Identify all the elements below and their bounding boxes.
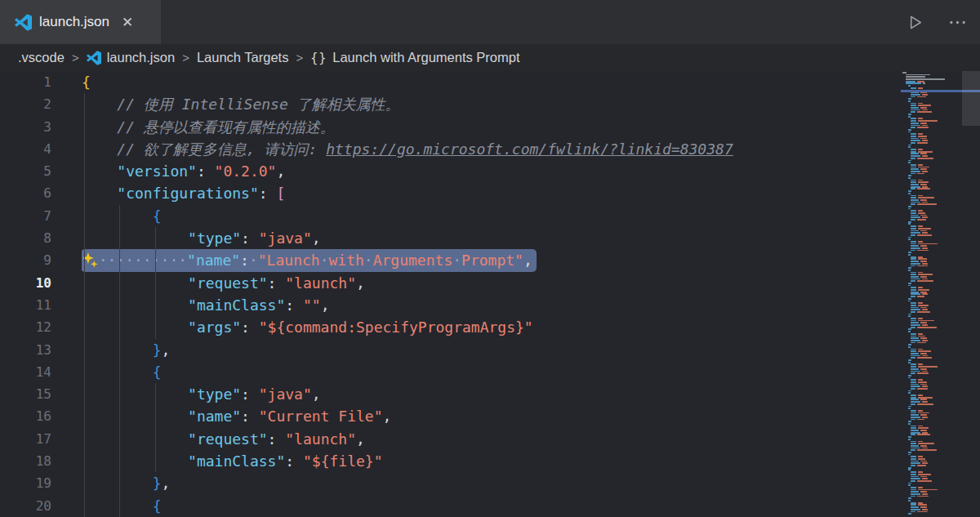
code-token xyxy=(82,430,188,448)
code-token: "name" xyxy=(188,408,241,425)
code-token: "${file}" xyxy=(303,452,383,470)
code-token xyxy=(82,497,153,515)
tab-launch-json[interactable]: launch.json ✕ xyxy=(0,0,161,44)
code-line[interactable]: "version": "0.2.0", xyxy=(82,160,901,182)
code-token: : xyxy=(241,386,259,403)
code-line[interactable]: { xyxy=(82,205,901,227)
breadcrumb-label: launch.json xyxy=(107,50,175,65)
code-line[interactable]: // 悬停以查看现有属性的描述。 xyxy=(82,116,901,138)
indent-guide xyxy=(155,383,156,472)
code-line[interactable]: "name": "Current File", xyxy=(82,405,901,427)
line-number: 6 xyxy=(0,182,82,204)
run-icon[interactable] xyxy=(905,12,924,32)
code-line[interactable]: }, xyxy=(82,472,901,494)
code-line[interactable]: // 使用 IntelliSense 了解相关属性。 xyxy=(82,93,901,115)
code-line[interactable]: "mainClass": "", xyxy=(82,294,901,316)
line-number: 9 xyxy=(0,249,82,271)
code-token: } xyxy=(153,341,162,359)
code-token: ·········· xyxy=(99,252,187,269)
code-line[interactable]: { xyxy=(82,361,901,383)
line-number: 12 xyxy=(0,316,82,338)
code-token: with xyxy=(328,252,363,269)
code-token xyxy=(82,207,153,225)
code-line[interactable]: "args": "${command:SpecifyProgramArgs}" xyxy=(82,316,901,338)
code-line[interactable]: "request": "launch", xyxy=(82,428,901,450)
code-line[interactable]: // 欲了解更多信息, 请访问: https://go.microsoft.co… xyxy=(82,138,901,160)
close-icon[interactable]: ✕ xyxy=(122,16,133,29)
line-number: 8 xyxy=(0,227,82,249)
code-token xyxy=(82,319,188,336)
code-line[interactable]: { xyxy=(82,71,901,93)
code-token: · xyxy=(364,252,373,269)
code-token xyxy=(82,363,153,381)
code-token: : xyxy=(285,296,303,314)
code-token xyxy=(82,163,117,180)
breadcrumb-item[interactable]: launch.json xyxy=(87,50,175,65)
code-token: : xyxy=(268,430,286,448)
code-token: : xyxy=(241,408,259,425)
code-line[interactable]: "type": "java", xyxy=(82,383,901,405)
code-line[interactable]: "mainClass": "${file}" xyxy=(82,450,901,472)
code-token: Prompt" xyxy=(461,252,523,269)
code-line[interactable]: }, xyxy=(82,339,901,361)
code-token xyxy=(82,475,153,492)
code-token: Arguments xyxy=(373,252,453,269)
breadcrumb-item[interactable]: .vscode xyxy=(18,50,65,65)
code-token: "0.2.0" xyxy=(215,163,277,180)
tab-label: launch.json xyxy=(39,14,109,30)
code-editor[interactable]: 1234567891011121314151617181920 { // 使用 … xyxy=(0,71,980,517)
breadcrumb-separator-icon: > xyxy=(72,51,79,65)
code-line[interactable]: "request": "launch", xyxy=(82,272,901,294)
breadcrumb-item[interactable]: Launch Targets xyxy=(197,50,289,65)
code-token: "launch" xyxy=(285,430,356,448)
minimap-slider[interactable] xyxy=(962,71,980,126)
line-number: 1 xyxy=(0,71,82,93)
line-number: 18 xyxy=(0,450,82,472)
code-line[interactable]: "type": "java", xyxy=(82,227,901,249)
code-token: "java" xyxy=(259,230,312,247)
line-number: 2 xyxy=(0,93,82,115)
code-token: , xyxy=(162,341,171,359)
line-number: 3 xyxy=(0,116,82,138)
code-line[interactable]: ··········"name":·"Launch·with·Arguments… xyxy=(82,249,901,271)
code-token: "Launch xyxy=(258,252,320,269)
breadcrumb-separator-icon: > xyxy=(182,51,189,65)
more-actions-icon[interactable] xyxy=(947,12,967,32)
code-token xyxy=(82,386,188,403)
code-token: "" xyxy=(303,296,321,314)
breadcrumb-item[interactable]: {}Launch with Arguments Prompt xyxy=(310,50,519,65)
code-token xyxy=(82,296,188,314)
minimap[interactable] xyxy=(901,71,980,517)
line-number: 17 xyxy=(0,428,82,450)
code-token: : xyxy=(240,252,249,269)
vscode-logo-icon xyxy=(15,14,32,31)
breadcrumb-separator-icon: > xyxy=(296,51,303,65)
breadcrumb-label: Launch with Arguments Prompt xyxy=(332,50,519,65)
code-token: "request" xyxy=(188,274,268,292)
code-token: "java" xyxy=(259,386,312,403)
line-number: 16 xyxy=(0,405,82,427)
code-token: , xyxy=(312,386,321,403)
code-token: : xyxy=(285,452,303,470)
code-token: [ xyxy=(276,185,285,202)
code-lines[interactable]: { // 使用 IntelliSense 了解相关属性。 // 悬停以查看现有属… xyxy=(82,71,901,517)
code-token: , xyxy=(382,408,391,425)
code-token: : xyxy=(268,274,286,292)
code-token: , xyxy=(321,296,330,314)
code-token: · xyxy=(320,252,329,269)
code-token xyxy=(82,230,188,247)
code-token xyxy=(82,140,117,158)
breadcrumb: .vscode>launch.json>Launch Targets>{}Lau… xyxy=(0,44,980,71)
line-number: 4 xyxy=(0,138,82,160)
comment-link[interactable]: https://go.microsoft.com/fwlink/?linkid=… xyxy=(326,140,733,158)
tab-bar: launch.json ✕ xyxy=(0,0,980,44)
code-token: , xyxy=(162,475,171,492)
line-number-gutter: 1234567891011121314151617181920 xyxy=(0,71,82,517)
code-line[interactable]: "configurations": [ xyxy=(82,182,901,204)
code-token xyxy=(82,408,188,425)
code-line[interactable]: { xyxy=(82,495,901,517)
code-token: · xyxy=(249,252,258,269)
code-token: // 欲了解更多信息, 请访问: xyxy=(117,140,326,158)
code-token: "args" xyxy=(188,319,241,336)
code-token: "version" xyxy=(117,163,197,180)
